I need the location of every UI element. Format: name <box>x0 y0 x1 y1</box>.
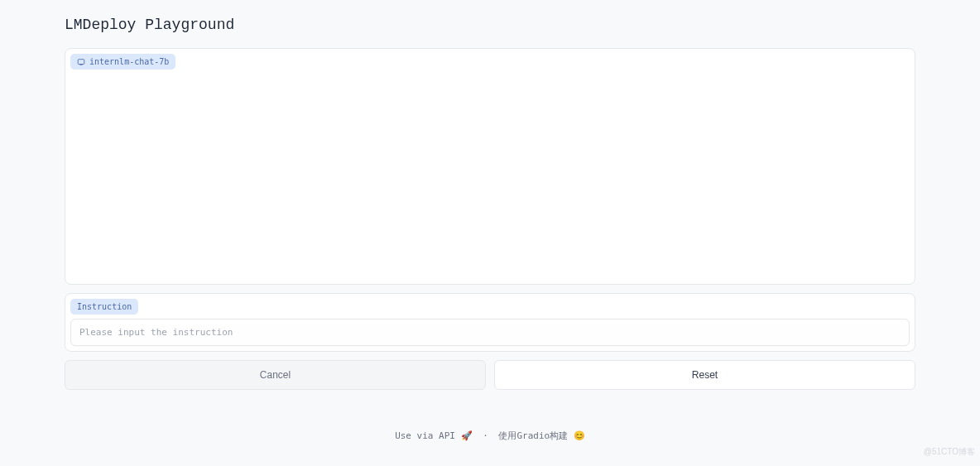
footer-separator: · <box>483 430 488 441</box>
instruction-panel: Instruction <box>65 293 915 352</box>
instruction-badge: Instruction <box>70 299 138 315</box>
gradio-emoji-icon: 😊 <box>574 430 585 441</box>
chat-panel: internlm-chat-7b <box>65 48 915 285</box>
chat-icon <box>77 58 85 66</box>
gradio-link[interactable]: 使用Gradio构建 😊 <box>498 430 584 441</box>
model-badge-label: internlm-chat-7b <box>89 57 169 66</box>
use-via-api-link[interactable]: Use via API 🚀 <box>395 430 478 441</box>
gradio-text: 使用Gradio构建 <box>498 430 568 441</box>
button-row: Cancel Reset <box>65 360 915 390</box>
cancel-button[interactable]: Cancel <box>65 360 486 390</box>
footer: Use via API 🚀 · 使用Gradio构建 😊 <box>65 430 915 442</box>
reset-button[interactable]: Reset <box>494 360 915 390</box>
page-title: LMDeploy Playground <box>65 17 915 33</box>
rocket-icon: 🚀 <box>461 430 473 441</box>
watermark: @51CTO博客 <box>924 446 975 458</box>
instruction-input[interactable] <box>70 319 910 346</box>
api-text: Use via API <box>395 430 455 441</box>
model-badge: internlm-chat-7b <box>70 54 175 70</box>
instruction-label: Instruction <box>77 302 132 311</box>
svg-rect-0 <box>78 59 84 64</box>
